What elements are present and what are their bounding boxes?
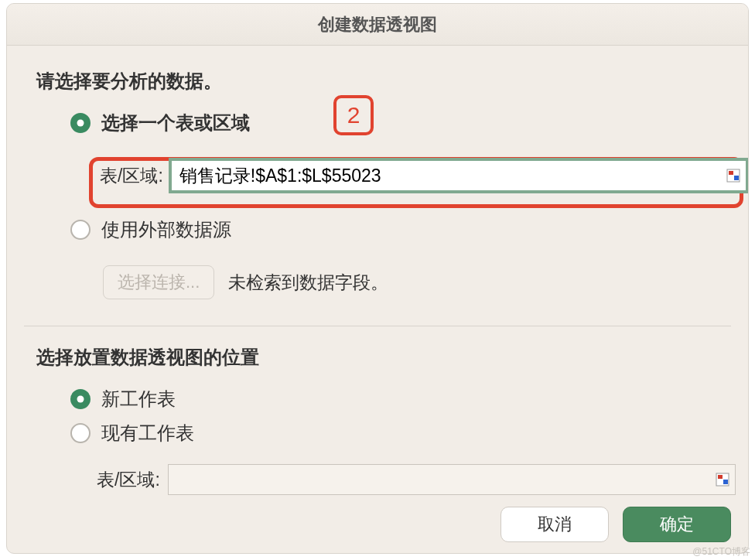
option-select-range-label: 选择一个表或区域 [101,111,250,135]
range-field-row: 表/区域: [100,160,746,191]
radio-select-range[interactable] [70,113,91,133]
option-existing-sheet-label: 现有工作表 [101,421,194,446]
location-input-wrap [168,464,736,495]
location-input[interactable] [168,464,736,495]
svg-rect-5 [723,480,728,484]
no-fields-text: 未检索到数据字段。 [228,271,388,295]
section2-heading: 选择放置数据透视图的位置 [36,345,748,370]
option-external-source[interactable]: 使用外部数据源 [70,216,748,244]
choose-connection-button: 选择连接... [103,265,214,299]
option-new-sheet[interactable]: 新工作表 [70,385,748,413]
external-source-subrow: 选择连接... 未检索到数据字段。 [103,265,748,299]
radio-external-source[interactable] [70,220,91,240]
radio-existing-sheet[interactable] [70,423,91,443]
svg-rect-1 [729,171,733,175]
range-picker-icon[interactable] [726,169,740,183]
dialog-footer: 取消 确定 [500,507,731,542]
range-picker-icon[interactable] [716,473,729,487]
watermark: @51CTO博客 [692,545,750,558]
option-external-label: 使用外部数据源 [101,217,231,242]
location-field-label: 表/区域: [97,468,160,492]
option-existing-sheet[interactable]: 现有工作表 [70,419,748,447]
range-input-wrap [171,160,746,191]
ok-button[interactable]: 确定 [623,507,731,542]
radio-new-sheet[interactable] [70,389,91,409]
svg-rect-4 [718,475,723,479]
option-new-sheet-label: 新工作表 [101,387,176,411]
range-input[interactable] [171,160,746,191]
create-pivotchart-dialog: 创建数据透视图 请选择要分析的数据。 选择一个表或区域 表/区域: 使用外部数据… [6,3,749,554]
dialog-title: 创建数据透视图 [7,4,748,46]
section1-heading: 请选择要分析的数据。 [36,69,748,94]
annotation-badge-2: 2 [333,95,374,135]
section-divider [24,326,731,326]
location-field-row: 表/区域: [97,464,736,495]
svg-rect-2 [734,176,739,180]
option-select-range[interactable]: 选择一个表或区域 [70,109,748,137]
range-field-label: 表/区域: [100,164,163,188]
cancel-button[interactable]: 取消 [500,507,609,542]
